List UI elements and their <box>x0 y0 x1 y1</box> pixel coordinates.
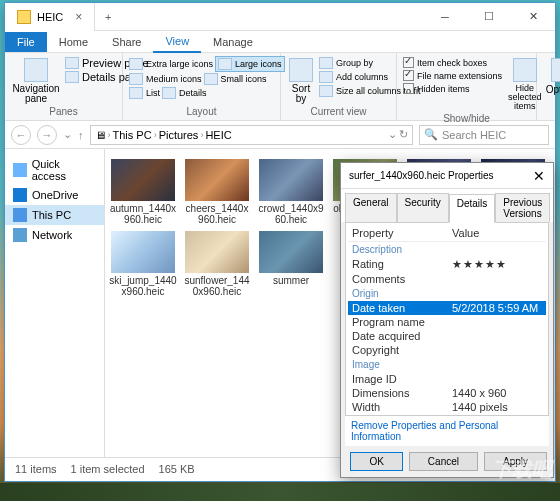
property-row[interactable]: Program name <box>348 315 546 329</box>
selected-size: 165 KB <box>159 463 195 475</box>
property-section: Origin <box>348 286 546 301</box>
pc-icon: 🖥 <box>95 129 106 141</box>
tab-share[interactable]: Share <box>100 32 153 52</box>
file-item[interactable]: summer <box>257 231 325 297</box>
close-icon[interactable]: ✕ <box>533 168 545 184</box>
layout-details[interactable]: Details <box>162 86 207 100</box>
file-name: summer <box>273 275 309 286</box>
property-section: Image <box>348 357 546 372</box>
m-icon <box>129 73 143 85</box>
layout-large[interactable]: Large icons <box>215 56 285 72</box>
file-item[interactable]: autumn_1440x960.heic <box>109 159 177 225</box>
sidebar-item-quick-access[interactable]: Quick access <box>5 155 104 185</box>
chevron-down-icon[interactable]: ⌄ <box>63 128 72 141</box>
group-icon <box>319 57 333 69</box>
thumbnail <box>111 231 175 273</box>
s-icon <box>204 73 218 85</box>
refresh-icon[interactable]: ↻ <box>399 128 408 141</box>
tab-security[interactable]: Security <box>397 193 449 222</box>
titlebar: HEIC × + ─ ☐ ✕ <box>5 3 555 31</box>
tab-file[interactable]: File <box>5 32 47 52</box>
checkbox-icon <box>403 70 414 81</box>
list-icon <box>129 87 143 99</box>
file-item[interactable]: sunflower_1440x960.heic <box>183 231 251 297</box>
navigation-pane-button[interactable]: Navigation pane <box>11 56 61 106</box>
tab-manage[interactable]: Manage <box>201 32 265 52</box>
layout-small[interactable]: Small icons <box>204 72 267 86</box>
tab-view[interactable]: View <box>153 31 201 53</box>
watermark: 下载吧 <box>492 456 552 483</box>
address-bar: ← → ⌄ ↑ 🖥 › This PC › Pictures › HEIC ⌄ … <box>5 121 555 149</box>
sidebar-icon <box>13 188 27 202</box>
up-button[interactable]: ↑ <box>78 129 84 141</box>
layout-list[interactable]: List <box>129 86 160 100</box>
close-icon[interactable]: × <box>75 10 82 24</box>
file-item[interactable]: crowd_1440x960.heic <box>257 159 325 225</box>
tab-heic[interactable]: HEIC × <box>5 3 95 31</box>
property-row[interactable]: Comments <box>348 272 546 286</box>
extensions-toggle[interactable]: File name extensions <box>403 69 502 82</box>
group-label-panes: Panes <box>11 106 116 117</box>
maximize-button[interactable]: ☐ <box>467 3 511 31</box>
breadcrumb[interactable]: 🖥 › This PC › Pictures › HEIC ⌄ ↻ <box>90 125 414 145</box>
property-row[interactable]: Dimensions1440 x 960 <box>348 386 546 400</box>
hidden-items-toggle[interactable]: Hidden items <box>403 82 502 95</box>
cancel-button[interactable]: Cancel <box>409 452 478 471</box>
properties-dialog: surfer_1440x960.heic Properties ✕ Genera… <box>340 162 554 478</box>
sidebar-icon <box>13 208 27 222</box>
sidebar-label: OneDrive <box>32 189 78 201</box>
property-row[interactable]: Date acquired <box>348 329 546 343</box>
minimize-button[interactable]: ─ <box>423 3 467 31</box>
options-button[interactable]: Options <box>543 56 560 97</box>
thumbnail <box>111 159 175 201</box>
group-label-layout: Layout <box>129 106 274 117</box>
close-button[interactable]: ✕ <box>511 3 555 31</box>
pane-icon <box>24 58 48 82</box>
property-row[interactable]: Width1440 pixels <box>348 400 546 414</box>
new-tab-button[interactable]: + <box>95 11 121 23</box>
file-item[interactable]: cheers_1440x960.heic <box>183 159 251 225</box>
crumb[interactable]: HEIC <box>205 129 231 141</box>
file-item[interactable]: ski_jump_1440x960.heic <box>109 231 177 297</box>
sidebar-label: Network <box>32 229 72 241</box>
properties-list[interactable]: PropertyValue DescriptionRating★★★★★Comm… <box>345 222 549 416</box>
dropdown-icon[interactable]: ⌄ <box>388 128 397 141</box>
property-row[interactable]: Rating★★★★★ <box>348 257 546 272</box>
tab-general[interactable]: General <box>345 193 397 222</box>
group-label-current: Current view <box>287 106 390 117</box>
property-row[interactable]: Image ID <box>348 372 546 386</box>
layout-medium[interactable]: Medium icons <box>129 72 202 86</box>
tab-home[interactable]: Home <box>47 32 100 52</box>
sidebar-icon <box>13 163 27 177</box>
property-row[interactable]: Copyright <box>348 343 546 357</box>
sidebar-icon <box>13 228 27 242</box>
forward-button[interactable]: → <box>37 125 57 145</box>
remove-properties-link[interactable]: Remove Properties and Personal Informati… <box>345 416 549 446</box>
tab-details[interactable]: Details <box>449 194 496 223</box>
sidebar-item-network[interactable]: Network <box>5 225 104 245</box>
back-button[interactable]: ← <box>11 125 31 145</box>
tab-label: HEIC <box>37 11 63 23</box>
ribbon: Navigation pane Preview pane Details pan… <box>5 53 555 121</box>
xl-icon <box>129 58 143 70</box>
sort-by-button[interactable]: Sort by <box>287 56 315 106</box>
thumbnail <box>185 159 249 201</box>
selected-count: 1 item selected <box>71 463 145 475</box>
dialog-titlebar: surfer_1440x960.heic Properties ✕ <box>341 163 553 189</box>
ok-button[interactable]: OK <box>350 452 402 471</box>
file-name: autumn_1440x960.heic <box>109 203 177 225</box>
sidebar-item-onedrive[interactable]: OneDrive <box>5 185 104 205</box>
tab-previous-versions[interactable]: Previous Versions <box>495 193 550 222</box>
file-name: ski_jump_1440x960.heic <box>109 275 177 297</box>
checkbox-icon <box>403 83 414 94</box>
crumb[interactable]: Pictures <box>159 129 199 141</box>
sidebar-item-this-pc[interactable]: This PC <box>5 205 104 225</box>
crumb[interactable]: This PC <box>113 129 152 141</box>
preview-icon <box>65 57 79 69</box>
check-boxes-toggle[interactable]: Item check boxes <box>403 56 502 69</box>
property-row[interactable]: Date taken5/2/2018 5:59 AM <box>348 301 546 315</box>
thumbnail <box>185 231 249 273</box>
file-name: sunflower_1440x960.heic <box>183 275 251 297</box>
layout-xl[interactable]: Extra large icons <box>129 56 213 72</box>
search-input[interactable]: 🔍 Search HEIC <box>419 125 549 145</box>
